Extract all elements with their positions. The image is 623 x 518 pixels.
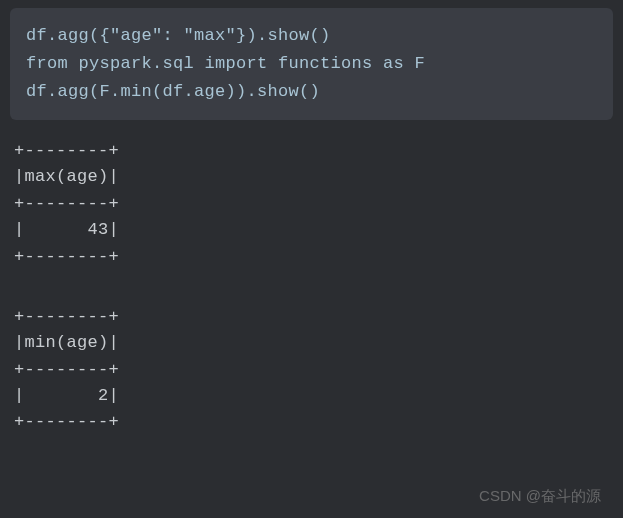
output-header: |min(age)| — [14, 330, 609, 356]
output-border: +--------+ — [14, 357, 609, 383]
output-border: +--------+ — [14, 409, 609, 435]
code-line-3: from pyspark.sql import functions as F — [26, 50, 597, 78]
output-value: | 2| — [14, 383, 609, 409]
output-block-2: +--------+ |min(age)| +--------+ | 2| +-… — [0, 296, 623, 444]
output-border: +--------+ — [14, 191, 609, 217]
output-header: |max(age)| — [14, 164, 609, 190]
watermark: CSDN @奋斗的源 — [479, 487, 601, 506]
code-line-1: df.agg({"age": "max"}).show() — [26, 22, 597, 50]
output-value: | 43| — [14, 217, 609, 243]
output-border: +--------+ — [14, 138, 609, 164]
output-border: +--------+ — [14, 244, 609, 270]
output-block-1: +--------+ |max(age)| +--------+ | 43| +… — [0, 130, 623, 278]
output-border: +--------+ — [14, 304, 609, 330]
code-line-4: df.agg(F.min(df.age)).show() — [26, 78, 597, 106]
spacer — [0, 278, 623, 296]
code-block: df.agg({"age": "max"}).show() from pyspa… — [10, 8, 613, 120]
